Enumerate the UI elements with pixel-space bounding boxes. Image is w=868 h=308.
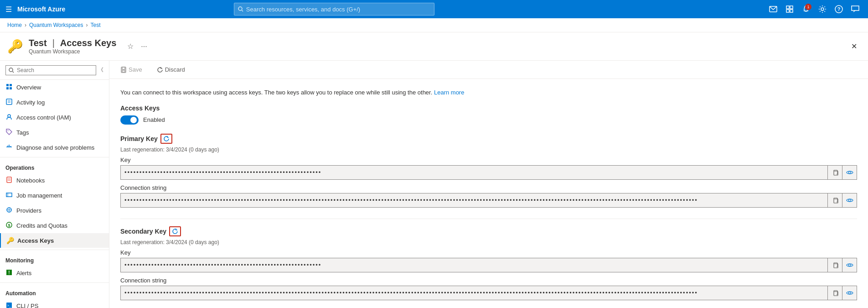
secondary-connection-eye-button[interactable] xyxy=(842,286,857,300)
secondary-key-header: Secondary Key xyxy=(120,226,857,236)
section-divider xyxy=(120,219,857,219)
breadcrumb-quantum-workspaces[interactable]: Quantum Workspaces xyxy=(29,22,83,28)
secondary-connection-string-value: ••••••••••••••••••••••••••••••••••••••••… xyxy=(121,289,827,296)
svg-point-8 xyxy=(821,8,824,10)
cli-label: CLI / PS xyxy=(16,303,38,308)
iam-icon xyxy=(5,114,13,121)
settings-icon[interactable] xyxy=(815,2,830,16)
nav-divider-1 xyxy=(0,157,109,157)
title-section: Test | Access Keys Quantum Workspace xyxy=(29,38,116,55)
sidebar-item-iam[interactable]: Access control (IAM) xyxy=(0,110,109,125)
sidebar-item-providers[interactable]: Providers xyxy=(0,203,109,218)
secondary-key-copy-button[interactable] xyxy=(827,258,842,272)
svg-rect-43 xyxy=(122,70,125,72)
primary-key-label: Primary Key xyxy=(120,135,158,142)
access-keys-toggle[interactable] xyxy=(120,115,139,125)
more-options-button[interactable]: ··· xyxy=(139,42,149,52)
favorite-button[interactable]: ☆ xyxy=(125,41,135,52)
global-search-input[interactable] xyxy=(246,6,430,13)
main-layout: 《 Overview Activity log Access control (… xyxy=(0,61,868,308)
top-navigation: ☰ Microsoft Azure 1 ? xyxy=(0,0,868,18)
nav-divider-2 xyxy=(0,250,109,250)
svg-rect-17 xyxy=(10,87,12,89)
svg-point-0 xyxy=(238,7,242,10)
svg-text:!: ! xyxy=(8,270,10,275)
primary-connection-eye-button[interactable] xyxy=(842,193,857,208)
primary-key-value: ••••••••••••••••••••••••••••••••••••••••… xyxy=(121,169,827,176)
portal-icon[interactable] xyxy=(782,2,797,16)
secondary-key-regenerate-button[interactable] xyxy=(169,226,181,236)
sidebar-item-alerts[interactable]: ! Alerts xyxy=(0,266,109,281)
sidebar-item-activity-log[interactable]: Activity log xyxy=(0,95,109,110)
page-header: 🔑 Test | Access Keys Quantum Workspace ☆… xyxy=(0,32,868,61)
svg-rect-42 xyxy=(122,67,125,69)
close-button[interactable]: ✕ xyxy=(847,40,861,52)
mail-icon[interactable] xyxy=(766,2,780,16)
page-title-resource: Test xyxy=(29,38,47,48)
primary-connection-string-value: ••••••••••••••••••••••••••••••••••••••••… xyxy=(121,197,827,204)
save-button[interactable]: Save xyxy=(117,64,146,75)
secondary-connection-copy-button[interactable] xyxy=(827,286,842,300)
secondary-key-eye-button[interactable] xyxy=(842,258,857,272)
overview-label: Overview xyxy=(16,84,41,91)
toggle-label: Enabled xyxy=(143,116,165,123)
learn-more-link[interactable]: Learn more xyxy=(434,89,464,96)
sidebar-search-area: 《 xyxy=(0,61,109,80)
svg-rect-4 xyxy=(790,6,793,9)
nav-divider-3 xyxy=(0,282,109,283)
job-management-label: Job management xyxy=(16,192,62,199)
content-area: You can connect to this workspace using … xyxy=(109,79,868,308)
primary-key-copy-button[interactable] xyxy=(827,165,842,180)
svg-point-45 xyxy=(848,171,851,173)
primary-connection-copy-button[interactable] xyxy=(827,193,842,208)
primary-key-section: Primary Key Last regeneration: 3/4/2024 … xyxy=(120,134,857,208)
hamburger-menu[interactable]: ☰ xyxy=(5,5,12,14)
primary-connection-string-field: ••••••••••••••••••••••••••••••••••••••••… xyxy=(120,193,857,208)
breadcrumb-home[interactable]: Home xyxy=(7,22,22,28)
secondary-key-last-regen: Last regeneration: 3/4/2024 (0 days ago) xyxy=(120,239,857,245)
svg-point-21 xyxy=(8,115,10,117)
sidebar-collapse-button[interactable]: 《 xyxy=(96,64,105,76)
access-keys-section-title: Access Keys xyxy=(120,104,857,112)
primary-key-eye-button[interactable] xyxy=(842,165,857,180)
breadcrumb-test[interactable]: Test xyxy=(91,22,101,28)
primary-key-regenerate-button[interactable] xyxy=(160,134,172,144)
sidebar-item-notebooks[interactable]: Notebooks xyxy=(0,173,109,188)
sidebar-item-overview[interactable]: Overview xyxy=(0,80,109,95)
svg-rect-30 xyxy=(6,193,12,197)
help-icon[interactable]: ? xyxy=(832,2,846,16)
global-search[interactable] xyxy=(234,3,434,16)
svg-point-51 xyxy=(848,292,851,294)
notifications-icon[interactable]: 1 xyxy=(799,2,813,16)
svg-text:>_: >_ xyxy=(7,303,11,308)
sidebar-item-cli[interactable]: >_ CLI / PS xyxy=(0,298,109,308)
regen-icon xyxy=(163,136,170,142)
overview-icon xyxy=(5,84,13,91)
header-actions: ☆ ··· xyxy=(125,41,149,52)
content-description: You can connect to this workspace using … xyxy=(120,88,857,97)
secondary-key-field: ••••••••••••••••••••••••••••••••••••••••… xyxy=(120,258,857,272)
activity-log-icon xyxy=(5,99,13,106)
sidebar-item-job-management[interactable]: Job management xyxy=(0,188,109,203)
activity-log-label: Activity log xyxy=(16,99,45,106)
discard-button[interactable]: Discard xyxy=(153,64,189,75)
sidebar-item-diagnose[interactable]: Diagnose and solve problems xyxy=(0,140,109,155)
sidebar-item-access-keys[interactable]: 🔑 Access Keys xyxy=(0,233,109,248)
sidebar-search-input[interactable] xyxy=(17,67,93,73)
sidebar-item-tags[interactable]: Tags xyxy=(0,125,109,140)
primary-key-last-regen: Last regeneration: 3/4/2024 (0 days ago) xyxy=(120,146,857,153)
save-icon xyxy=(120,67,127,73)
secondary-regen-icon xyxy=(172,228,178,235)
secondary-key-label: Secondary Key xyxy=(120,228,166,235)
operations-header: Operations xyxy=(0,159,109,173)
svg-point-49 xyxy=(848,264,851,266)
svg-line-1 xyxy=(242,10,243,12)
tags-icon xyxy=(5,129,13,136)
access-keys-label: Access Keys xyxy=(17,237,54,244)
svg-line-13 xyxy=(13,71,14,73)
brand-name: Microsoft Azure xyxy=(17,5,65,13)
feedback-icon[interactable] xyxy=(848,2,863,16)
secondary-connection-string-label: Connection string xyxy=(120,277,857,284)
primary-connection-string-label: Connection string xyxy=(120,184,857,191)
sidebar-item-credits-quotas[interactable]: $ Credits and Quotas xyxy=(0,218,109,233)
